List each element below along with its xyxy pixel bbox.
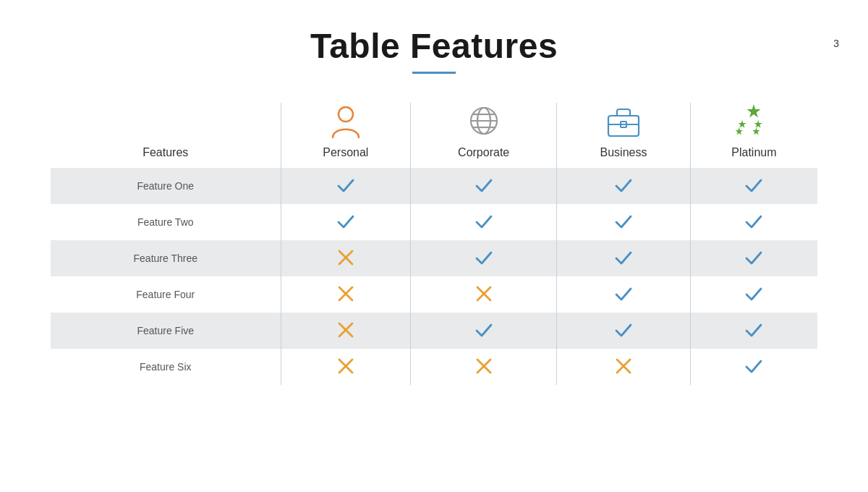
cell-business	[557, 168, 691, 204]
cell-personal	[281, 313, 411, 349]
table-row: Feature Two	[51, 204, 817, 240]
cell-business	[557, 204, 691, 240]
platinum-icon	[691, 103, 817, 146]
table-row: Feature Three	[51, 240, 817, 276]
cell-business	[557, 313, 691, 349]
cell-platinum	[690, 240, 817, 276]
cell-business	[557, 276, 691, 313]
cell-platinum	[690, 168, 817, 204]
cell-corporate	[411, 313, 557, 349]
row-feature-name: Feature Three	[51, 240, 281, 276]
col-header-corporate: Corporate	[411, 103, 557, 168]
cell-personal	[281, 168, 411, 204]
cell-personal	[281, 204, 411, 240]
features-table: Features Personal	[51, 103, 817, 385]
table-row: Feature One	[51, 168, 817, 204]
personal-icon	[281, 103, 411, 146]
svg-marker-9	[747, 104, 761, 118]
cell-business	[557, 240, 691, 276]
corporate-icon	[411, 103, 556, 146]
cell-personal	[281, 349, 411, 385]
business-icon	[557, 106, 690, 146]
cell-corporate	[411, 168, 557, 204]
svg-marker-11	[754, 120, 762, 128]
row-feature-name: Feature Five	[51, 313, 281, 349]
cell-corporate	[411, 349, 557, 385]
cell-personal	[281, 240, 411, 276]
svg-point-0	[339, 107, 353, 122]
cell-corporate	[411, 276, 557, 313]
row-feature-name: Feature One	[51, 168, 281, 204]
svg-marker-10	[739, 120, 746, 128]
page-title: Table Features	[0, 26, 868, 66]
header: Table Features	[0, 0, 868, 74]
col-header-business: Business	[557, 103, 691, 168]
cell-corporate	[411, 240, 557, 276]
table-container: Features Personal	[51, 103, 817, 385]
row-feature-name: Feature Two	[51, 204, 281, 240]
cell-personal	[281, 276, 411, 313]
cell-platinum	[690, 313, 817, 349]
row-feature-name: Feature Six	[51, 349, 281, 385]
svg-marker-13	[753, 127, 760, 135]
cell-business	[557, 349, 691, 385]
col-header-platinum: Platinum	[690, 103, 817, 168]
table-row: Feature Four	[51, 276, 817, 313]
cell-corporate	[411, 204, 557, 240]
table-row: Feature Six	[51, 349, 817, 385]
col-header-features: Features	[51, 103, 281, 168]
page-number: 3	[833, 38, 839, 49]
table-row: Feature Five	[51, 313, 817, 349]
header-underline	[412, 72, 456, 74]
svg-rect-6	[608, 116, 639, 136]
col-header-personal: Personal	[281, 103, 411, 168]
row-feature-name: Feature Four	[51, 276, 281, 313]
svg-marker-12	[736, 127, 743, 135]
cell-platinum	[690, 204, 817, 240]
cell-platinum	[690, 276, 817, 313]
cell-platinum	[690, 349, 817, 385]
